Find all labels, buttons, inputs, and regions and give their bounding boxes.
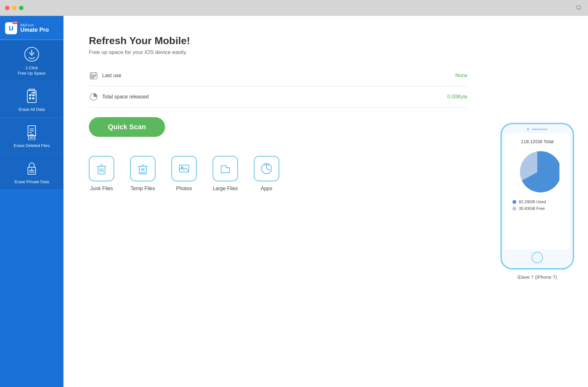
logo-badge: PRO	[12, 21, 18, 24]
category-temp[interactable]: Temp Files	[130, 156, 155, 191]
sidebar-item-erase-deleted[interactable]: Erase Deleted Files	[0, 118, 63, 154]
chat-icon[interactable]: 🗨	[576, 5, 582, 11]
page-subtitle: Free up space for your iOS device easily…	[89, 49, 467, 56]
erase-private-label: Erase Private Data	[14, 179, 49, 185]
last-use-value: None	[455, 73, 467, 78]
traffic-lights	[5, 6, 23, 10]
svg-rect-35	[95, 76, 96, 77]
close-button[interactable]	[5, 6, 10, 10]
total-space-value: 0.00Byte	[447, 94, 467, 100]
right-panel: 118.12GB Total 82.29GB Used	[486, 16, 588, 387]
photos-icon-box	[171, 156, 197, 181]
used-label: 82.29GB Used	[519, 199, 546, 204]
photos-label: Photos	[176, 186, 192, 191]
junk-icon-box	[89, 156, 114, 181]
sidebar: U PRO iMyFone Umate Pro 1-ClickFree Up S…	[0, 16, 63, 387]
temp-icon-box	[130, 156, 155, 181]
svg-rect-7	[29, 94, 31, 96]
large-label: Large Files	[213, 186, 238, 191]
pie-small-icon	[89, 92, 98, 102]
junk-label: Junk Files	[90, 186, 113, 191]
main-layout: U PRO iMyFone Umate Pro 1-ClickFree Up S…	[0, 16, 588, 387]
one-click-icon	[24, 46, 40, 62]
legend-used: 82.29GB Used	[512, 199, 546, 204]
page-title: Refresh Your Mobile!	[89, 35, 467, 47]
svg-rect-10	[32, 97, 34, 99]
logo-text: iMyFone Umate Pro	[20, 23, 49, 33]
phone-total-label: 118.12GB Total	[521, 139, 553, 144]
pie-chart	[515, 150, 559, 194]
used-dot	[512, 200, 516, 204]
categories-row: Junk Files Temp Files	[89, 156, 467, 191]
erase-private-icon	[24, 160, 40, 176]
svg-point-0	[25, 47, 39, 61]
brand-top: iMyFone	[20, 23, 49, 27]
total-space-row: Total space released 0.00Byte	[89, 86, 467, 108]
legend-free: 35.83GB Free	[512, 206, 546, 211]
total-space-label: Total space released	[102, 94, 447, 100]
phone-screen: 118.12GB Total 82.29GB Used	[505, 134, 570, 249]
sidebar-item-erase-private[interactable]: Erase Private Data	[0, 154, 63, 190]
svg-rect-37	[93, 77, 94, 78]
sidebar-item-erase-all[interactable]: Erase All Data	[0, 82, 63, 118]
content-area: Refresh Your Mobile! Free up space for y…	[63, 16, 486, 387]
logo-icon: U PRO	[5, 22, 17, 34]
free-label: 35.83GB Free	[519, 206, 545, 211]
calendar-icon	[89, 71, 98, 80]
phone-speaker	[532, 129, 548, 130]
logo-letter: U	[9, 25, 13, 31]
maximize-button[interactable]	[19, 6, 23, 10]
last-use-row: Last use None	[89, 65, 467, 86]
quick-scan-button[interactable]: Quick Scan	[89, 117, 165, 137]
one-click-label: 1-ClickFree Up Space	[18, 65, 45, 76]
phone-camera	[527, 128, 529, 130]
content-header: Refresh Your Mobile! Free up space for y…	[89, 35, 467, 56]
large-icon-box	[213, 156, 238, 181]
category-photos[interactable]: Photos	[171, 156, 197, 191]
erase-deleted-icon	[24, 124, 40, 140]
legend: 82.29GB Used 35.83GB Free	[509, 199, 546, 211]
category-apps[interactable]: Apps	[254, 156, 279, 191]
free-dot	[512, 207, 516, 210]
last-use-label: Last use	[102, 73, 455, 78]
phone-mockup: 118.12GB Total 82.29GB Used	[501, 123, 574, 269]
phone-top-bar	[527, 128, 548, 130]
apps-icon-box	[254, 156, 279, 181]
svg-rect-34	[93, 76, 94, 77]
minimize-button[interactable]	[12, 6, 17, 10]
title-bar: 🗨	[0, 0, 588, 16]
erase-all-label: Erase All Data	[19, 107, 45, 112]
apps-label: Apps	[261, 186, 272, 191]
svg-point-28	[31, 169, 32, 170]
sidebar-item-one-click[interactable]: 1-ClickFree Up Space	[0, 40, 63, 82]
svg-rect-9	[29, 97, 31, 99]
svg-rect-33	[91, 76, 92, 77]
device-name: iDave 7 (iPhone 7)	[518, 274, 557, 280]
sidebar-logo: U PRO iMyFone Umate Pro	[0, 16, 63, 40]
erase-all-icon	[24, 88, 40, 104]
brand-bottom: Umate Pro	[20, 27, 49, 33]
svg-rect-36	[91, 77, 92, 78]
erase-deleted-label: Erase Deleted Files	[14, 143, 50, 149]
phone-home-button	[532, 252, 543, 263]
temp-label: Temp Files	[130, 186, 155, 191]
category-large[interactable]: Large Files	[213, 156, 238, 191]
category-junk[interactable]: Junk Files	[89, 156, 114, 191]
